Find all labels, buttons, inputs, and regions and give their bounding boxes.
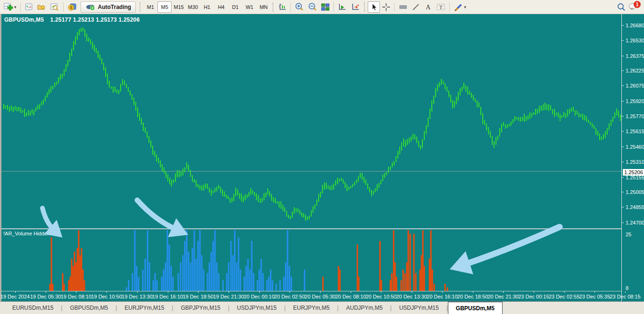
bar-chart-style-icon	[278, 3, 287, 11]
zoom-in-icon	[295, 2, 304, 11]
chart-tab-eurusdm-m15[interactable]: EURUSDm,M15	[5, 302, 61, 314]
timeframe-m5[interactable]: M5	[157, 1, 172, 13]
timeframe-m1[interactable]: M1	[143, 1, 157, 13]
price-axis-label: 1.26225	[626, 68, 644, 73]
crosshair-icon	[382, 3, 390, 11]
toolbar-separator	[394, 2, 395, 12]
timeframe-h1[interactable]: H1	[200, 1, 214, 13]
chart-tab-eurjpym-m5[interactable]: EURJPYm,M5	[286, 302, 337, 314]
time-axis-label: 20 Dec 08:10	[335, 294, 366, 299]
toolbar-grip[interactable]	[364, 2, 366, 12]
indicator-label: !AR_Volume Hidden	[3, 231, 50, 236]
chart-tab-audjpym-m5[interactable]: AUDJPYm,M5	[339, 302, 390, 314]
chart-tab-gbpusdm-m5[interactable]: GBPUSDm,M5	[62, 302, 116, 314]
time-axis-tick	[534, 291, 534, 293]
new-order-icon: $	[67, 3, 77, 11]
crosshair-tool-button[interactable]	[380, 1, 392, 13]
bar-chart-style-button[interactable]	[276, 1, 289, 13]
favorites-folder-icon	[37, 3, 46, 11]
pane-separator[interactable]	[1, 228, 622, 229]
timeframe-d1[interactable]: D1	[228, 1, 242, 13]
timeframe-w1[interactable]: W1	[242, 1, 256, 13]
price-axis-label: 1.26680	[626, 23, 644, 28]
time-axis-label: 20 Dec 02:50	[274, 294, 305, 299]
chart-shift-button[interactable]	[349, 1, 362, 13]
auto-scroll-icon	[338, 3, 347, 11]
chart-tab-bar: EURUSDm,M15|GBPUSDm,M5|EURJPYm,M15|GBPJP…	[0, 301, 644, 314]
trendline-icon	[412, 3, 420, 11]
time-axis-label: 19 Dec 2024	[0, 294, 30, 299]
time-axis-label: 19 Dec 10:50	[91, 294, 122, 299]
autotrading-button[interactable]: AutoTrading	[81, 1, 136, 13]
tile-windows-icon	[321, 3, 330, 11]
text-label-tool-button[interactable]: T	[434, 1, 447, 13]
chart-tab-usdjpym-m15[interactable]: USDJPYm,M15	[230, 302, 284, 314]
time-axis-tick	[351, 291, 351, 293]
favorites-button[interactable]	[35, 1, 48, 13]
chart-shift-icon	[351, 3, 360, 11]
time-axis-label: 23 Dec 05:35	[579, 294, 610, 299]
time-axis-tick	[15, 291, 16, 293]
autotrading-label: AutoTrading	[98, 4, 132, 10]
volume-scale-top: 25	[626, 232, 631, 237]
new-order-button[interactable]: $	[66, 1, 79, 13]
chart-ohlc-quote: 1.25177 1.25213 1.25173 1.25206	[50, 16, 140, 23]
chart-window: GBPUSDm,M5 1.25177 1.25213 1.25173 1.252…	[0, 14, 644, 301]
time-axis-tick	[259, 291, 260, 293]
time-axis[interactable]: 19 Dec 202419 Dec 05:3019 Dec 08:1019 De…	[1, 291, 644, 301]
text-label-icon: T	[436, 3, 446, 11]
bid-price-box: 1.25206	[623, 169, 644, 176]
notifications-button[interactable]: 1	[629, 3, 637, 11]
time-axis-tick	[76, 291, 76, 293]
time-axis-label: 19 Dec 13:30	[122, 294, 152, 299]
search-button[interactable]	[615, 1, 628, 13]
price-axis-label: 1.25310	[626, 159, 644, 165]
chart-tab-eurjpym-m15[interactable]: EURJPYm,M15	[117, 302, 172, 314]
time-axis-tick	[107, 291, 107, 293]
rectangle-tool-button[interactable]	[396, 1, 410, 13]
price-pane[interactable]	[1, 14, 621, 228]
trendline-tool-button[interactable]	[410, 1, 422, 13]
tile-windows-button[interactable]	[319, 1, 331, 13]
timeframe-m15[interactable]: M15	[172, 1, 186, 13]
text-tool-button[interactable]: A	[422, 1, 434, 13]
chart-title: GBPUSDm,M5 1.25177 1.25213 1.25173 1.252…	[4, 16, 140, 23]
price-axis-tick	[622, 101, 624, 101]
price-axis-label: 1.26075	[626, 83, 644, 89]
price-axis-label: 1.26375	[626, 53, 644, 59]
chart-tab-gbpusdm-m5-active[interactable]: GBPUSDm,M5	[448, 302, 503, 314]
indicator-styles-button[interactable]: ▾	[452, 1, 468, 13]
timeframe-h4[interactable]: H4	[214, 1, 228, 13]
toolbar-separator	[20, 2, 21, 12]
price-axis[interactable]: 1.266801.265301.263751.262251.260751.259…	[621, 14, 644, 301]
volume-pane[interactable]	[1, 230, 621, 291]
price-axis-label: 1.25920	[626, 98, 644, 104]
template-button[interactable]	[48, 1, 61, 13]
time-axis-tick	[168, 291, 168, 293]
toolbar-grip[interactable]	[140, 2, 141, 12]
chart-tab-usdjpym-m15[interactable]: USDJPYm,M15	[392, 302, 446, 314]
time-axis-label: 19 Dec 08:10	[61, 294, 91, 299]
auto-scroll-button[interactable]	[336, 1, 349, 13]
zoom-out-icon	[308, 2, 317, 11]
time-axis-label: 20 Dec 21:30	[487, 294, 518, 299]
cursor-tool-button[interactable]	[368, 1, 380, 13]
timeframe-group: M1M5M15M30H1H4D1W1MN	[143, 1, 271, 13]
time-axis-tick	[594, 291, 595, 293]
price-axis-tick	[622, 40, 624, 40]
time-axis-tick	[442, 291, 443, 293]
toolbar-grip[interactable]	[272, 2, 274, 12]
time-axis-label: 23 Dec 00:15	[518, 294, 549, 299]
zoom-in-button[interactable]	[293, 1, 306, 13]
rectangle-icon	[398, 3, 408, 11]
price-axis-tick	[622, 71, 624, 71]
new-chart-button[interactable]: ▾	[2, 1, 18, 13]
timeframe-mn[interactable]: MN	[256, 1, 271, 13]
search-icon	[617, 2, 626, 12]
price-axis-label: 1.25460	[626, 144, 644, 150]
zoom-out-button[interactable]	[306, 1, 319, 13]
timeframe-m30[interactable]: M30	[186, 1, 200, 13]
time-axis-label: 23 Dec 08:15	[610, 294, 640, 299]
profiles-button[interactable]	[23, 1, 35, 13]
chart-tab-gbpjpym-m15[interactable]: GBPJPYm,M15	[173, 302, 228, 314]
